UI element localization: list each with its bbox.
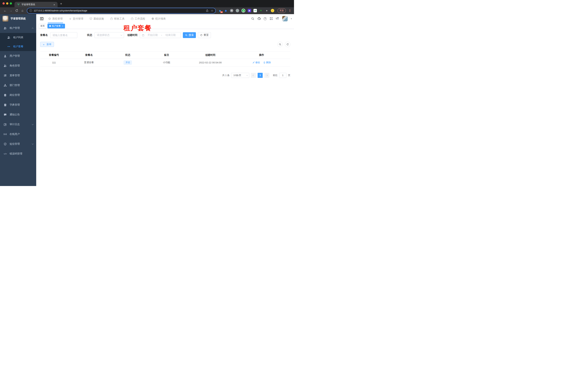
sidebar-item-user-management[interactable]: 用户管理 — [0, 51, 36, 61]
close-window-button[interactable] — [2, 2, 5, 5]
sidebar-item-audit-log[interactable]: 审计日志 — [0, 119, 36, 129]
sidebar-logo[interactable]: 芋道管理系统 — [0, 14, 36, 23]
table-header-row: 套餐编号 套餐名 状态 备注 创建时间 操作 — [40, 52, 290, 59]
user-avatar[interactable] — [282, 16, 288, 21]
forward-button[interactable]: → — [8, 8, 13, 13]
green-star-extension-icon[interactable]: ✶ — [259, 9, 263, 12]
search-icon[interactable] — [251, 17, 254, 21]
sidebar-item-dict-management[interactable]: 字典管理 — [0, 100, 36, 110]
site-info-icon[interactable]: i — [29, 9, 32, 12]
tab-close-icon[interactable]: × — [53, 3, 56, 6]
sidebar-item-role-management[interactable]: 角色管理 — [0, 61, 36, 71]
sidebar-item-tenant-management[interactable]: 租户管理 — [0, 23, 36, 33]
status-badge[interactable]: 开启 — [124, 61, 132, 65]
search-button[interactable]: 搜索 — [183, 32, 196, 38]
zoom-window-button[interactable] — [10, 2, 12, 5]
broadcast-user-icon — [4, 133, 7, 136]
sidebar-fold-icon[interactable] — [38, 15, 45, 22]
tab-infrastructure[interactable]: 基础设施 — [89, 14, 104, 23]
purple-shield-extension-icon[interactable]: ◉ — [248, 9, 251, 12]
address-bar[interactable]: i 127.0.0.1:48080/admin-ui/system/tenant… — [27, 8, 215, 13]
tab-favicon-plant-icon — [17, 3, 20, 6]
sidebar-item-notice[interactable]: 通知公告 — [0, 110, 36, 119]
yen-icon: ¥ — [69, 17, 72, 20]
delete-link[interactable]: 删除 — [263, 61, 271, 64]
profile-avatar-icon[interactable]: ☺ — [271, 9, 274, 12]
chat-bubble-icon — [4, 113, 7, 116]
chevron-down-icon — [121, 34, 122, 36]
sidebar-item-dept-management[interactable]: 部门管理 — [0, 80, 36, 90]
sidebar-item-tenant-package[interactable]: 租户套餐 — [0, 42, 36, 51]
command-extension-icon[interactable]: ⌘ — [230, 9, 233, 12]
tab-report[interactable]: 统计报表 — [151, 14, 166, 23]
sidebar-item-menu-management[interactable]: 菜单管理 — [0, 71, 36, 80]
sidebar-item-post-management[interactable]: 岗位管理 — [0, 90, 36, 100]
cell-package-id: 111 — [40, 59, 68, 66]
end-date-placeholder[interactable]: 结束日期 — [162, 33, 179, 37]
prev-page-button[interactable] — [251, 73, 256, 78]
code-icon: </> — [4, 152, 7, 155]
gem-extension-icon[interactable]: ◆ — [224, 9, 228, 12]
package-name-label: 套餐名 — [40, 33, 48, 37]
status-select[interactable]: 请选择状态 — [94, 32, 124, 38]
col-status: 状态 — [110, 52, 145, 59]
sidebar-submenu-tenant: 租户列表 租户套餐 — [0, 33, 36, 51]
avatar-caret-icon[interactable]: ▾ — [291, 18, 292, 20]
bookmark-star-icon[interactable]: ☆ — [210, 9, 214, 12]
reload-button[interactable] — [14, 8, 19, 13]
user-icon — [4, 54, 7, 58]
sidebar-item-tenant-list[interactable]: 租户列表 — [0, 33, 36, 42]
new-tab-button[interactable]: + — [60, 1, 62, 7]
date-range-picker[interactable]: 开始日期 - 结束日期 — [140, 32, 181, 38]
dashboard-icon — [151, 17, 154, 20]
tag-tenant-package[interactable]: 租户套餐 × — [47, 24, 65, 28]
sidebar-item-online-users[interactable]: 在线用户 — [0, 129, 36, 139]
share-icon[interactable] — [206, 9, 209, 12]
blue-diamond-extension-icon[interactable]: ◆10 — [218, 9, 222, 12]
github-icon[interactable] — [257, 17, 261, 21]
reset-button[interactable]: 重置 — [198, 32, 211, 38]
chat-extension-icon[interactable]: ✉ — [253, 9, 257, 12]
fullscreen-icon[interactable] — [269, 17, 273, 21]
app-navbar: 系统管理 ¥ 支付管理 基础设施 — [36, 14, 294, 23]
plus-icon: + — [43, 43, 44, 46]
tag-home[interactable]: 首页 — [39, 24, 46, 28]
chevron-down-icon — [246, 74, 248, 76]
page-size-select[interactable]: 10条/页 — [231, 73, 249, 78]
package-name-input[interactable] — [50, 32, 77, 38]
url-text: 127.0.0.1:48080/admin-ui/system/tenant/p… — [34, 9, 204, 12]
font-size-icon[interactable]: TT — [276, 17, 279, 21]
help-icon[interactable]: ? — [263, 17, 267, 20]
logo-rabbit-image — [2, 16, 8, 21]
edit-link[interactable]: 修改 — [252, 61, 260, 64]
browser-menu-icon[interactable]: ⋮ — [288, 9, 291, 12]
back-button[interactable]: ← — [2, 8, 8, 13]
tab-system-management[interactable]: 系统管理 — [48, 14, 63, 23]
sidebar-item-sms-management[interactable]: 短信管理 — [0, 139, 36, 149]
tab-dev-tools[interactable]: 研发工具 — [110, 14, 125, 23]
tab-payment-management[interactable]: ¥ 支付管理 — [69, 14, 83, 23]
chevron-left-icon — [253, 74, 254, 76]
add-button[interactable]: + 新增 — [40, 42, 54, 47]
next-page-button[interactable] — [264, 73, 269, 78]
minimize-window-button[interactable] — [6, 2, 8, 5]
goto-page-input[interactable] — [279, 73, 286, 78]
current-page-button[interactable]: 1 — [258, 73, 263, 78]
start-date-placeholder[interactable]: 开始日期 — [145, 33, 161, 37]
refresh-table-button[interactable] — [285, 42, 290, 47]
browser-tab[interactable]: 芋道管理系统 × — [14, 2, 58, 7]
browser-update-button[interactable]: 更新 — [278, 8, 286, 13]
home-button[interactable]: ⌂ — [20, 8, 25, 13]
goto-label: 前往 — [273, 74, 278, 77]
calendar-icon — [142, 34, 145, 37]
y-extension-icon[interactable]: y — [242, 9, 245, 12]
col-actions: 操作 — [233, 52, 290, 59]
tag-close-icon[interactable]: × — [62, 25, 63, 27]
book-icon — [4, 103, 7, 106]
sidebar-item-error-code-management[interactable]: </> 错误码管理 — [0, 149, 36, 159]
puzzle-extensions-icon[interactable]: + — [265, 9, 268, 12]
green-dot-extension-icon[interactable]: ● — [236, 9, 239, 12]
tab-workflow[interactable]: 工作流程 — [131, 14, 145, 23]
show-search-button[interactable] — [277, 42, 283, 47]
package-table: 套餐编号 套餐名 状态 备注 创建时间 操作 111 普通套餐 — [40, 51, 290, 66]
